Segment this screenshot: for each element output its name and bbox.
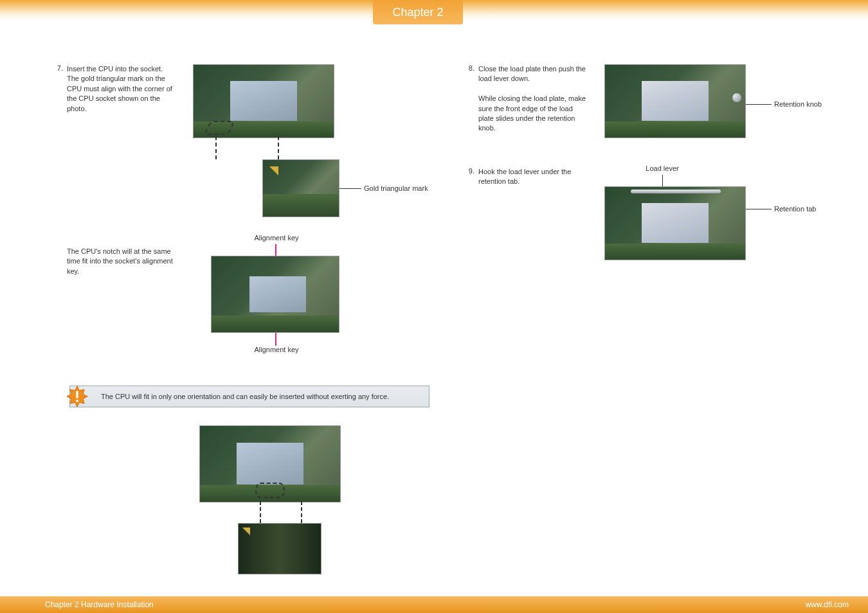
step-9: 9. Hook the load lever under the retenti… [457, 167, 842, 283]
step-7-subtext: The CPU's notch will at the same time fi… [67, 247, 176, 276]
step-7-text: Insert the CPU into the socket. The gold… [67, 64, 176, 114]
load-lever [631, 190, 721, 193]
callout-dash-r [278, 136, 279, 159]
footer-left: Chapter 2 Hardware Installation [45, 600, 154, 609]
step-8: 8. Close the load plate then push the lo… [457, 64, 842, 161]
step-8-photo [604, 64, 746, 138]
step-8-number: 8. [457, 64, 475, 72]
gold-mark-label: Gold triangular mark [364, 184, 428, 192]
tab-callout-line [746, 209, 772, 209]
retention-knob [732, 93, 741, 102]
step-7-figure: Gold triangular mark [193, 64, 431, 138]
final-figure [199, 425, 366, 586]
step-9-number: 9. [457, 167, 475, 175]
left-column: 7. Insert the CPU into the socket. The g… [45, 64, 431, 586]
step-8-text2: While closing the load plate, make sure … [478, 94, 586, 132]
pink-line-bottom [275, 333, 276, 346]
step-9-text: Hook the load lever under the retention … [478, 167, 588, 187]
final-dash-r [301, 501, 302, 523]
step-7-sub: The CPU's notch will at the same time fi… [45, 238, 431, 366]
footer-right: www.dfi.com [806, 600, 849, 609]
footer-bar: Chapter 2 Hardware Installation www.dfi.… [0, 596, 868, 613]
important-icon [66, 386, 88, 407]
final-photo-detail [238, 523, 321, 574]
svg-rect-2 [76, 400, 78, 402]
gold-triangle2 [242, 528, 250, 535]
chapter-tab-label: Chapter 2 [392, 6, 443, 19]
pcb-texture7 [605, 244, 745, 260]
pcb-texture3 [212, 315, 339, 332]
cpu-chip [230, 81, 298, 121]
content-area: 7. Insert the CPU into the socket. The g… [45, 64, 823, 578]
step-7-number: 7. [45, 64, 63, 72]
knob-callout-line [746, 104, 772, 105]
align-key-bottom-label: Alignment key [193, 346, 360, 353]
step-8-text1: Close the load plate then push the load … [478, 65, 586, 82]
chapter-tab: Chapter 2 [373, 0, 463, 24]
pcb-texture5 [239, 524, 321, 574]
final-dash-l [260, 501, 261, 523]
gold-callout-line [339, 188, 361, 189]
retention-knob-label: Retention knob [774, 100, 822, 108]
retention-tab-label: Retention tab [774, 205, 816, 213]
svg-rect-1 [76, 391, 78, 398]
align-key-top-label: Alignment key [193, 234, 360, 242]
step-9-photo [604, 186, 746, 260]
pink-line-top [275, 244, 276, 257]
step-7: 7. Insert the CPU into the socket. The g… [45, 64, 431, 225]
important-wrap: The CPU will fit in only one orientation… [45, 386, 431, 407]
load-plate2 [642, 203, 709, 243]
load-lever-label: Load lever [592, 164, 733, 172]
final-photo-top [199, 425, 341, 502]
lever-callout-line [662, 175, 663, 188]
step-8-figure: Retention knob [604, 64, 842, 138]
gold-triangle [269, 166, 278, 175]
pcb-texture6 [605, 121, 745, 138]
step-7-photo-align [211, 256, 339, 333]
callout-dash-l [215, 136, 217, 159]
page: Chapter 2 7. Insert the CPU into the soc… [0, 0, 868, 613]
important-box: The CPU will fit in only one orientation… [69, 386, 429, 407]
cpu-chip2 [249, 276, 305, 313]
step-7-photo-detail [262, 159, 339, 217]
step-8-text: Close the load plate then push the load … [478, 64, 588, 134]
important-text: The CPU will fit in only one orientation… [101, 393, 389, 400]
cpu-chip3 [237, 443, 304, 484]
right-column: 8. Close the load plate then push the lo… [457, 64, 842, 283]
load-plate [642, 81, 709, 121]
seated-region [255, 483, 285, 498]
step-7-photo-top [193, 64, 334, 138]
pcb-texture2 [263, 194, 339, 217]
